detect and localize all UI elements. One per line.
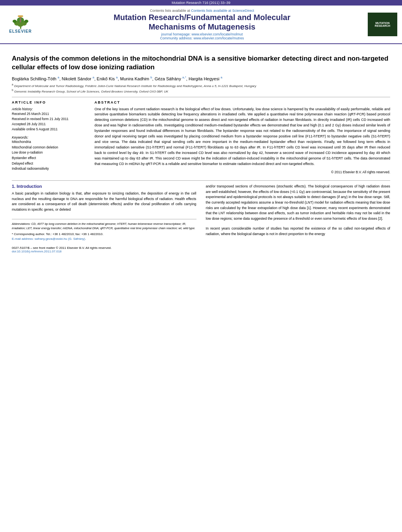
contents-available-line: Contents lists available at Contents lis… <box>36 9 368 13</box>
svg-point-4 <box>13 20 17 23</box>
intro-para2: and/or transposed sections of chromosome… <box>206 184 391 222</box>
article-info-abstract: ARTICLE INFO Article history: Received 2… <box>12 100 390 174</box>
homepage-label: journal homepage: <box>161 32 191 36</box>
homepage-url[interactable]: www.elsevier.com/locate/molmut <box>192 32 243 36</box>
journal-links: journal homepage: www.elsevier.com/locat… <box>36 32 368 40</box>
journal-title-line2: Mechanisms of Mutagenesis <box>148 22 255 31</box>
abstract-label: ABSTRACT <box>94 100 390 104</box>
abbreviations-text: Abbreviations: CD, 4977 bp long common d… <box>12 222 195 230</box>
abbreviations-note: Abbreviations: CD, 4977 bp long common d… <box>12 222 196 231</box>
elsevier-tree-icon <box>10 15 31 29</box>
keywords-section: Keywords: Mitochondria Mitochondrial com… <box>12 135 87 172</box>
mutation-research-logo: MUTATIONRESEARCH <box>368 13 397 36</box>
abstract-text: One of the key issues of current radiati… <box>94 107 390 167</box>
intro-right-col: and/or transposed sections of chromosome… <box>206 184 391 253</box>
elsevier-logo: ELSEVIER <box>5 15 36 34</box>
affiliations: a Department of Molecular and Tumor Radi… <box>12 83 390 94</box>
article-history: Article history: Received 25 March 2011 … <box>12 107 87 132</box>
doi-text: doi:10.1016/j.mrfmmm.2011.07.018 <box>12 250 61 253</box>
divider-1 <box>12 97 390 97</box>
corresponding-note: * Corresponding author. Tel.: +36 1 4822… <box>12 232 196 241</box>
intro-two-col: 1. Introduction A basic paradigm in radi… <box>12 184 390 253</box>
sciencedirect-link[interactable]: Contents lists available at ScienceDirec… <box>191 9 254 13</box>
article-info-label: ARTICLE INFO <box>12 100 87 104</box>
accepted-date: Accepted 28 July 2011 <box>12 122 46 126</box>
svg-point-8 <box>18 15 23 17</box>
email-text: E-mail address: safrany.geza@osski.hu (G… <box>12 237 86 241</box>
mut-logo-text: MUTATIONRESEARCH <box>375 22 390 27</box>
footer-doi: 0027-5107/$ – see front matter © 2011 El… <box>12 246 196 253</box>
journal-volume-band: Mutation Research 716 (2011) 33–39 <box>0 0 402 6</box>
journal-title-line1: Mutation Research/Fundamental and Molecu… <box>114 13 291 22</box>
keywords-list: Mitochondria Mitochondrial common deleti… <box>12 139 87 172</box>
journal-header: ELSEVIER Contents lists available at Con… <box>0 6 402 44</box>
community-label: Community address: <box>160 36 193 40</box>
community-url[interactable]: www.elsevier.com/locate/mutres <box>193 36 244 40</box>
intro-para1: A basic paradigm in radiation biology is… <box>12 191 196 213</box>
revised-date: Received in revised form 21 July 2011 <box>12 117 69 121</box>
received-date: Received 25 March 2011 <box>12 112 49 116</box>
authors-line: Boglárka Schilling-Tóth a, Nikolett Sánd… <box>12 76 390 81</box>
abstract-col: ABSTRACT One of the key issues of curren… <box>94 100 390 174</box>
issn-text: 0027-5107/$ – see front matter © 2011 El… <box>12 246 196 250</box>
journal-center: Contents lists available at Contents lis… <box>36 9 368 40</box>
article-info-col: ARTICLE INFO Article history: Received 2… <box>12 100 87 174</box>
journal-volume-text: Mutation Research 716 (2011) 33–39 <box>172 1 230 5</box>
elsevier-label: ELSEVIER <box>9 29 31 33</box>
history-label: Article history: <box>12 107 33 111</box>
svg-point-5 <box>24 20 28 23</box>
online-date: Available online 5 August 2011 <box>12 127 57 131</box>
copyright-line: © 2011 Elsevier B.V. All rights reserved… <box>94 170 390 174</box>
page: Mutation Research 716 (2011) 33–39 ELSEV… <box>0 0 402 532</box>
intro-para3: In recent years considerable number of s… <box>206 226 391 237</box>
keywords-title: Keywords: <box>12 135 87 139</box>
main-content: 1. Introduction A basic paradigm in radi… <box>12 180 390 253</box>
doi-link[interactable]: doi:10.1016/j.mrfmmm.2011.07.018 <box>12 250 196 253</box>
footnotes-area: Abbreviations: CD, 4977 bp long common d… <box>12 219 196 242</box>
article-body: Analysis of the common deletions in the … <box>0 44 402 257</box>
intro-left-col: 1. Introduction A basic paradigm in radi… <box>12 184 196 253</box>
intro-heading: 1. Introduction <box>12 184 196 189</box>
journal-title: Mutation Research/Fundamental and Molecu… <box>36 13 368 32</box>
article-title: Analysis of the common deletions in the … <box>12 54 390 72</box>
corresponding-text: * Corresponding author. Tel.: +36 1 4822… <box>12 232 103 236</box>
